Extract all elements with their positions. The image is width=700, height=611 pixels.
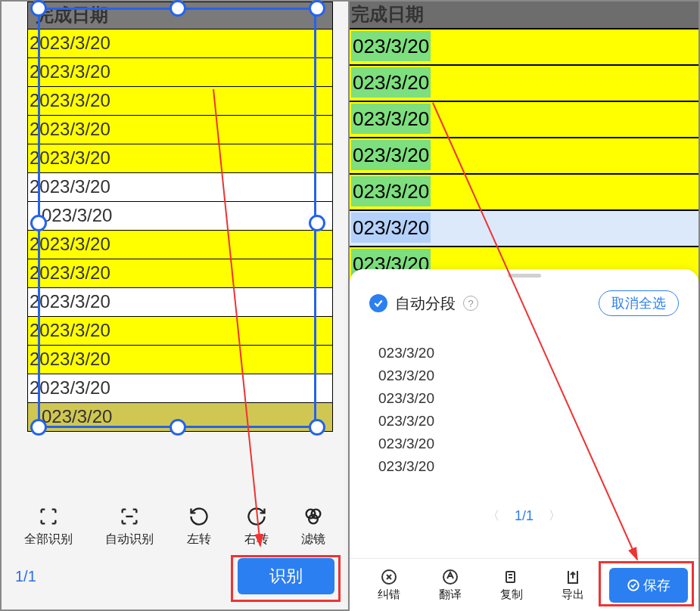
left-screenshot-pane: 完成日期 2023/3/202023/3/202023/3/202023/3/2… bbox=[1, 1, 349, 610]
svg-line-4 bbox=[213, 89, 260, 546]
right-result-pane: 完成日期 023/3/20023/3/20023/3/20023/3/20023… bbox=[349, 1, 699, 610]
annotation-arrow-right bbox=[350, 2, 700, 611]
annotation-arrow-left bbox=[2, 2, 350, 611]
svg-line-13 bbox=[433, 103, 637, 560]
